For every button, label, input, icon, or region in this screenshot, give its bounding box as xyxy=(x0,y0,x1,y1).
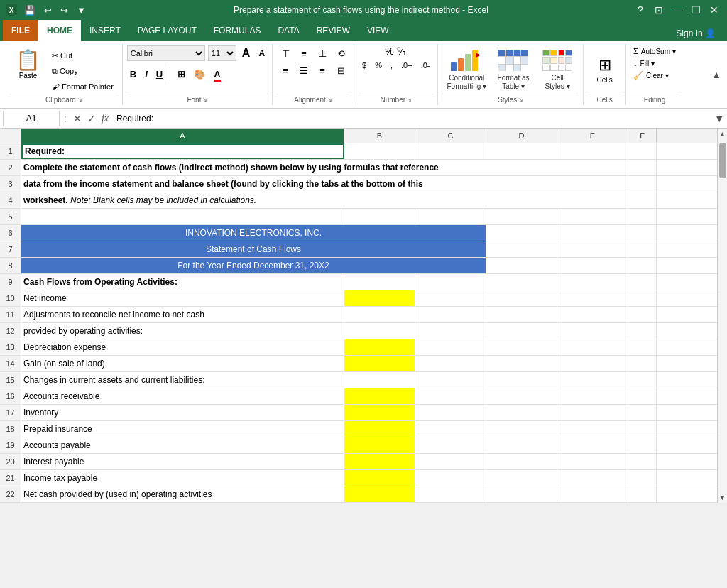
align-left-button[interactable]: ≡ xyxy=(277,62,294,78)
row-number[interactable]: 22 xyxy=(0,486,21,502)
cell-a11[interactable]: Adjustments to reconcile net income to n… xyxy=(21,307,344,322)
row-number[interactable]: 20 xyxy=(0,454,21,469)
scroll-thumb[interactable] xyxy=(719,143,726,178)
cell-d20[interactable] xyxy=(486,454,557,469)
cell-a10[interactable]: Net income xyxy=(21,290,344,306)
cell-f6[interactable] xyxy=(628,225,657,241)
save-button[interactable]: 💾 xyxy=(21,4,38,17)
sign-in-button[interactable]: Sign In 👤 xyxy=(667,26,724,41)
row-number[interactable]: 10 xyxy=(0,290,21,306)
cell-b9[interactable] xyxy=(344,274,415,290)
row-number[interactable]: 11 xyxy=(0,307,21,322)
cell-f15[interactable] xyxy=(628,372,657,388)
cell-d7[interactable] xyxy=(486,241,557,257)
cell-a20[interactable]: Interest payable xyxy=(21,454,344,469)
cell-f12[interactable] xyxy=(628,323,657,339)
cell-f18[interactable] xyxy=(628,421,657,437)
row-number[interactable]: 18 xyxy=(0,421,21,437)
cell-a3[interactable]: data from the income statement and balan… xyxy=(21,176,628,192)
align-bottom-button[interactable]: ⊥ xyxy=(314,45,331,61)
cell-e20[interactable] xyxy=(557,454,628,469)
cell-f19[interactable] xyxy=(628,437,657,453)
cell-b14[interactable] xyxy=(344,356,415,371)
tab-page-layout[interactable]: PAGE LAYOUT xyxy=(129,20,205,41)
row-number[interactable]: 5 xyxy=(0,209,21,224)
cell-a9[interactable]: Cash Flows from Operating Activities: xyxy=(21,274,344,290)
cell-d22[interactable] xyxy=(486,486,557,502)
cell-d16[interactable] xyxy=(486,388,557,404)
cell-c5[interactable] xyxy=(415,209,486,224)
font-group-label[interactable]: Font ↘ xyxy=(127,94,268,104)
row-number[interactable]: 15 xyxy=(0,372,21,388)
comma-button[interactable]: , xyxy=(387,60,396,71)
cells-group-label[interactable]: Cells xyxy=(588,94,621,104)
tab-insert[interactable]: INSERT xyxy=(81,20,129,41)
copy-button[interactable]: ⧉ Copy xyxy=(48,64,118,78)
currency-button[interactable]: $ xyxy=(359,60,370,71)
decrease-decimal-button[interactable]: .0- xyxy=(417,60,434,71)
tab-review[interactable]: REVIEW xyxy=(308,20,359,41)
cell-c17[interactable] xyxy=(415,405,486,420)
cell-c11[interactable] xyxy=(415,307,486,322)
cell-c9[interactable] xyxy=(415,274,486,290)
cell-c12[interactable] xyxy=(415,323,486,339)
cell-c16[interactable] xyxy=(415,388,486,404)
align-middle-button[interactable]: ≡ xyxy=(295,45,312,61)
font-family-select[interactable]: Calibri xyxy=(127,45,205,61)
cell-f11[interactable] xyxy=(628,307,657,322)
alignment-group-label[interactable]: Alignment ↘ xyxy=(277,94,349,104)
cell-b10[interactable] xyxy=(344,290,415,306)
cell-a8[interactable]: For the Year Ended December 31, 20X2 xyxy=(21,258,486,273)
cell-f7[interactable] xyxy=(628,241,657,257)
cell-f3[interactable] xyxy=(628,176,657,192)
cell-d19[interactable] xyxy=(486,437,557,453)
cell-a1[interactable]: Required: xyxy=(21,143,344,159)
cell-e8[interactable] xyxy=(557,258,628,273)
cell-d18[interactable] xyxy=(486,421,557,437)
cell-d13[interactable] xyxy=(486,339,557,355)
clipboard-label[interactable]: Clipboard ↘ xyxy=(10,94,118,104)
merge-center-button[interactable]: ⊞ xyxy=(332,62,349,78)
col-header-e[interactable]: E xyxy=(557,129,628,143)
tab-home[interactable]: HOME xyxy=(38,20,81,41)
col-header-b[interactable]: B xyxy=(344,129,415,143)
col-header-a[interactable]: A xyxy=(21,129,344,143)
cell-e15[interactable] xyxy=(557,372,628,388)
cell-d1[interactable] xyxy=(486,143,557,159)
row-number[interactable]: 13 xyxy=(0,339,21,355)
decrease-font-button[interactable]: A xyxy=(256,47,268,60)
conditional-formatting-button[interactable]: ▶ ConditionalFormatting ▾ xyxy=(442,45,491,94)
cell-b12[interactable] xyxy=(344,323,415,339)
format-as-table-button[interactable]: Format asTable ▾ xyxy=(492,45,535,94)
cell-e18[interactable] xyxy=(557,421,628,437)
cell-b22[interactable] xyxy=(344,486,415,502)
cell-d21[interactable] xyxy=(486,470,557,486)
row-number[interactable]: 9 xyxy=(0,274,21,290)
col-header-f[interactable]: F xyxy=(628,129,657,143)
cell-f14[interactable] xyxy=(628,356,657,371)
percent-button[interactable]: % xyxy=(371,60,386,71)
cell-f21[interactable] xyxy=(628,470,657,486)
cell-c1[interactable] xyxy=(415,143,486,159)
row-number[interactable]: 16 xyxy=(0,388,21,404)
function-wizard-button[interactable]: fx xyxy=(99,113,111,124)
cell-d10[interactable] xyxy=(486,290,557,306)
cell-a5[interactable] xyxy=(21,209,344,224)
cell-d14[interactable] xyxy=(486,356,557,371)
font-size-select[interactable]: 11 xyxy=(208,45,236,61)
cell-e10[interactable] xyxy=(557,290,628,306)
cell-a4[interactable]: worksheet. Note: Blank cells may be incl… xyxy=(21,192,628,208)
cell-e13[interactable] xyxy=(557,339,628,355)
autosum-button[interactable]: Σ AutoSum ▾ xyxy=(630,45,679,57)
wrap-text-button[interactable]: ⟲ xyxy=(332,45,349,61)
cell-e19[interactable] xyxy=(557,437,628,453)
cell-a13[interactable]: Depreciation expense xyxy=(21,339,344,355)
cell-e22[interactable] xyxy=(557,486,628,502)
cell-a6[interactable]: INNOVATION ELECTRONICS, INC. xyxy=(21,225,486,241)
restore-button[interactable]: ❐ xyxy=(689,3,703,17)
cell-d8[interactable] xyxy=(486,258,557,273)
cell-d17[interactable] xyxy=(486,405,557,420)
col-header-c[interactable]: C xyxy=(415,129,486,143)
cell-a21[interactable]: Income tax payable xyxy=(21,470,344,486)
col-header-d[interactable]: D xyxy=(486,129,557,143)
